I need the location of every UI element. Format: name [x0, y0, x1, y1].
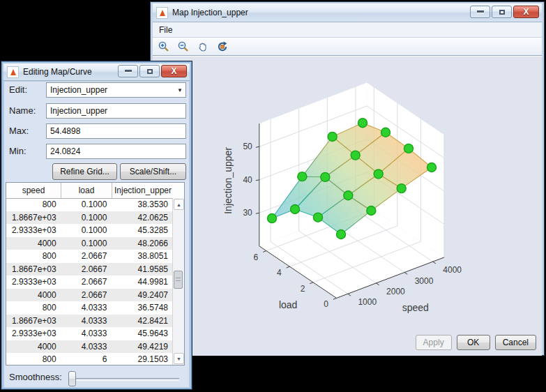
table-row[interactable]: 8004.033336.5748	[6, 301, 173, 315]
table-cell[interactable]: 4.0333	[61, 329, 112, 338]
table-cell[interactable]: 1.8667e+03	[6, 316, 61, 326]
scroll-down-icon[interactable]: ▼	[174, 353, 184, 364]
grid-point-marker[interactable]	[344, 191, 353, 200]
grid-point-marker[interactable]	[397, 184, 406, 193]
table-cell[interactable]: 800	[6, 251, 61, 261]
table-cell[interactable]: 49.2407	[112, 290, 173, 300]
table-cell[interactable]: 0.1000	[61, 239, 112, 248]
zoom-out-icon[interactable]	[176, 39, 191, 54]
grid-point-marker[interactable]	[404, 144, 413, 153]
table-cell[interactable]: 41.9585	[112, 264, 173, 274]
table-cell[interactable]: 2.0667	[61, 290, 112, 300]
table-row[interactable]: 1.8667e+034.033342.8421	[6, 315, 173, 328]
grid-point-marker[interactable]	[427, 163, 437, 172]
table-row[interactable]: 2.9333e+034.033345.9643	[6, 327, 173, 340]
table-cell[interactable]: 1.8667e+03	[6, 264, 61, 274]
grid-point-marker[interactable]	[374, 169, 383, 179]
table-cell[interactable]: 38.8051	[112, 251, 173, 261]
table-cell[interactable]: 2.9333e+03	[6, 277, 61, 287]
table-row[interactable]: 40002.066749.2407	[6, 289, 173, 302]
chevron-down-icon[interactable]: ▼	[174, 87, 185, 93]
column-header-load[interactable]: load	[61, 183, 112, 198]
table-cell[interactable]: 4000	[6, 239, 61, 248]
rotate-3d-icon[interactable]	[215, 39, 230, 54]
max-field[interactable]	[46, 123, 186, 139]
menu-file[interactable]: File	[153, 24, 179, 36]
table-cell[interactable]: 0.1000	[61, 199, 112, 209]
table-cell[interactable]: 2.0667	[61, 251, 112, 261]
minimize-button[interactable]	[118, 65, 138, 77]
minimize-button[interactable]	[470, 6, 490, 18]
table-cell[interactable]: 48.2066	[112, 239, 173, 248]
pan-hand-icon[interactable]	[195, 39, 211, 54]
scrollbar-thumb[interactable]	[174, 271, 183, 289]
column-header-injection-upper[interactable]: Injection_upper	[112, 183, 174, 198]
restore-button[interactable]	[492, 6, 512, 18]
table-row[interactable]: 2.9333e+032.066744.9981	[6, 276, 173, 289]
close-button[interactable]: X	[513, 6, 539, 18]
table-cell[interactable]: 49.4219	[112, 342, 173, 352]
maximize-button[interactable]	[139, 65, 160, 77]
table-cell[interactable]: 2.9333e+03	[6, 225, 61, 235]
table-cell[interactable]: 2.9333e+03	[6, 329, 61, 338]
table-row[interactable]: 8002.066738.8051	[6, 250, 173, 263]
grid-point-marker[interactable]	[298, 172, 307, 181]
table-row[interactable]: 1.8667e+030.100042.0625	[6, 211, 173, 225]
table-cell[interactable]: 1.8667e+03	[6, 213, 61, 223]
table-cell[interactable]: 800	[6, 354, 61, 364]
table-cell[interactable]: 4000	[6, 290, 61, 300]
grid-point-marker[interactable]	[381, 128, 390, 137]
table-cell[interactable]: 38.3530	[112, 199, 173, 209]
table-cell[interactable]: 4000	[6, 342, 61, 352]
table-cell[interactable]: 0.1000	[61, 225, 112, 235]
name-field[interactable]	[46, 103, 186, 119]
scroll-up-icon[interactable]: ▲	[174, 199, 184, 210]
table-cell[interactable]: 4.0333	[61, 342, 112, 352]
cancel-button[interactable]: Cancel	[495, 335, 536, 350]
grid-point-marker[interactable]	[351, 151, 360, 160]
table-cell[interactable]: 4.0333	[61, 303, 112, 312]
table-cell[interactable]: 800	[6, 199, 61, 209]
table-row[interactable]: 40004.033349.4219	[6, 340, 173, 354]
scale-shift-button[interactable]: Scale/Shift...	[120, 163, 186, 180]
table-row[interactable]: 2.9333e+030.100045.3285	[6, 224, 173, 237]
table-row[interactable]: 40000.100048.2066	[6, 237, 173, 250]
table-cell[interactable]: 4.0333	[61, 316, 112, 326]
smoothness-slider-track[interactable]	[70, 378, 179, 381]
table-cell[interactable]: 36.5748	[112, 303, 173, 312]
table-row[interactable]: 1.8667e+032.066741.9585	[6, 263, 173, 276]
grid-point-marker[interactable]	[313, 213, 322, 222]
grid-point-marker[interactable]	[367, 206, 376, 216]
table-cell[interactable]: 45.3285	[112, 225, 173, 235]
edit-map-combobox[interactable]: Injection_upper ▼	[46, 82, 186, 98]
grid-point-marker[interactable]	[321, 172, 330, 181]
grid-point-marker[interactable]	[328, 132, 337, 141]
map-titlebar[interactable]: Map Injection_upper X	[153, 3, 542, 22]
table-row[interactable]: 8000.100038.3530	[6, 198, 173, 211]
edit-titlebar[interactable]: Editing Map/Curve X	[3, 63, 190, 81]
zoom-in-icon[interactable]	[156, 39, 172, 54]
table-cell[interactable]: 6	[61, 354, 112, 364]
table-cell[interactable]: 44.9981	[112, 277, 173, 287]
surface-plot[interactable]: 10002000300040000246304050speedloadInjec…	[153, 56, 542, 356]
table-cell[interactable]: 0.1000	[61, 213, 112, 223]
table-row[interactable]: 800629.1503	[6, 353, 173, 365]
vertical-scrollbar[interactable]: ▲ ▼	[172, 198, 184, 365]
table-cell[interactable]: 42.8421	[112, 316, 173, 326]
table-cell[interactable]: 800	[6, 303, 61, 312]
table-cell[interactable]: 2.0667	[61, 264, 112, 274]
ok-button[interactable]: OK	[457, 335, 490, 350]
grid-point-marker[interactable]	[358, 119, 367, 128]
smoothness-slider-thumb[interactable]	[68, 371, 76, 386]
table-cell[interactable]: 42.0625	[112, 213, 173, 223]
refine-grid-button[interactable]: Refine Grid...	[52, 163, 117, 180]
close-button[interactable]: X	[161, 65, 187, 77]
apply-button[interactable]: Apply	[416, 335, 452, 350]
min-field[interactable]	[46, 144, 186, 159]
table-cell[interactable]: 29.1503	[112, 354, 173, 364]
grid-point-marker[interactable]	[267, 214, 276, 223]
grid-point-marker[interactable]	[290, 205, 299, 214]
column-header-speed[interactable]: speed	[6, 183, 61, 198]
table-cell[interactable]: 45.9643	[112, 329, 173, 338]
table-cell[interactable]: 2.0667	[61, 277, 112, 287]
